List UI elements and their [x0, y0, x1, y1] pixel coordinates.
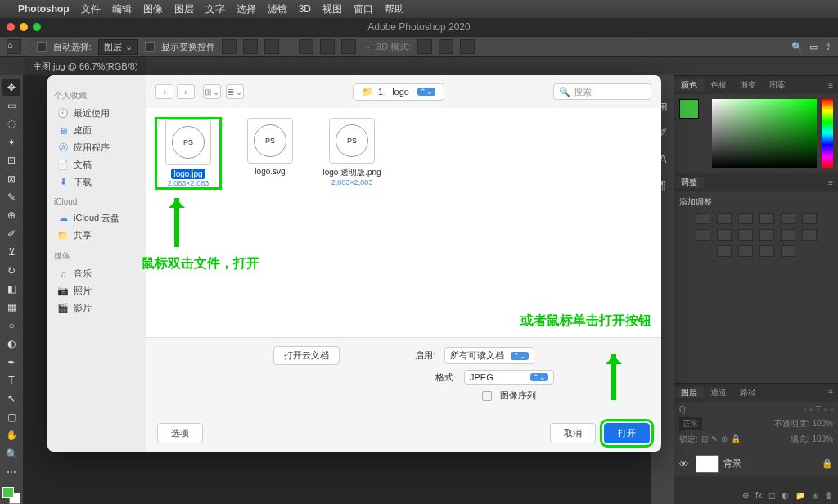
foreground-color[interactable]	[679, 99, 699, 119]
tab-paths[interactable]: 路径	[733, 387, 763, 398]
adj-layer-icon[interactable]: ◐	[782, 491, 789, 500]
color-picker[interactable]	[674, 94, 838, 173]
marquee-tool-icon[interactable]: ▭	[2, 97, 20, 114]
menu-filter[interactable]: 滤镜	[268, 2, 287, 16]
menu-3d[interactable]: 3D	[299, 3, 311, 15]
open-button[interactable]: 打开	[604, 423, 650, 443]
adj-icon[interactable]	[781, 213, 795, 224]
open-cloud-button[interactable]: 打开云文档	[273, 346, 340, 365]
sidebar-item-movies[interactable]: 🎬影片	[54, 299, 139, 317]
menu-edit[interactable]: 编辑	[112, 2, 132, 16]
cancel-button[interactable]: 取消	[550, 423, 596, 443]
adj-icon[interactable]	[759, 245, 774, 257]
file-item[interactable]: PS logo 透明版.png 2,083×2,083	[319, 118, 385, 187]
back-button[interactable]: ‹	[155, 84, 173, 99]
align-icon-3[interactable]	[264, 39, 279, 54]
workspace-icon[interactable]: ▭	[809, 42, 818, 52]
path-tool-icon[interactable]: ↖	[2, 390, 20, 407]
sidebar-item-downloads[interactable]: ⬇下载	[54, 173, 139, 191]
adj-icon[interactable]	[696, 213, 710, 224]
adj-icon[interactable]	[759, 213, 774, 224]
app-name[interactable]: Photoshop	[18, 3, 70, 15]
sidebar-item-photos[interactable]: 📷照片	[54, 282, 139, 299]
auto-select-checkbox[interactable]	[37, 42, 47, 52]
file-item[interactable]: PS logo.svg	[237, 118, 303, 176]
tab-swatches[interactable]: 色板	[704, 79, 733, 91]
enable-dropdown[interactable]: 所有可读文档⌃⌄	[444, 347, 534, 364]
tab-channels[interactable]: 通道	[704, 387, 733, 398]
dist-icon[interactable]	[299, 39, 313, 54]
adj-icon[interactable]	[717, 213, 732, 224]
shape-tool-icon[interactable]: ▢	[2, 408, 20, 425]
close-window-icon[interactable]	[7, 23, 15, 31]
search-input[interactable]: 🔍搜索	[553, 83, 651, 100]
dist-icon-2[interactable]	[320, 39, 335, 54]
panel-menu-icon[interactable]: ≡	[823, 81, 838, 90]
group-icon[interactable]: 📁	[795, 491, 805, 500]
tab-patterns[interactable]: 图案	[763, 79, 792, 91]
visibility-icon[interactable]: 👁	[679, 459, 691, 469]
home-icon[interactable]: ⌂	[7, 39, 21, 54]
adj-icon[interactable]	[696, 229, 710, 241]
3d-icon[interactable]	[417, 39, 432, 54]
panel-menu-icon[interactable]: ≡	[823, 178, 838, 187]
image-sequence-checkbox[interactable]	[482, 391, 492, 401]
menu-image[interactable]: 图像	[143, 2, 163, 16]
auto-select-dropdown[interactable]: 图层⌄	[98, 39, 138, 55]
pen-tool-icon[interactable]: ✒	[2, 353, 20, 371]
file-item-selected[interactable]: PS logo.jpg 2,083×2,083	[155, 118, 221, 189]
menu-select[interactable]: 选择	[237, 2, 256, 16]
menu-type[interactable]: 文字	[205, 2, 225, 16]
group-button[interactable]: ≣ ⌄	[226, 84, 244, 99]
adj-icon[interactable]	[717, 229, 732, 241]
lasso-tool-icon[interactable]: ◌	[2, 115, 20, 133]
panel-menu-icon[interactable]: ≡	[823, 388, 838, 397]
adj-icon[interactable]	[781, 245, 795, 257]
zoom-window-icon[interactable]	[33, 23, 41, 31]
wand-tool-icon[interactable]: ✦	[2, 133, 20, 151]
sidebar-item-docs[interactable]: 📄文稿	[54, 156, 139, 173]
forward-button[interactable]: ›	[177, 84, 195, 99]
adj-icon[interactable]	[802, 213, 817, 224]
adj-icon[interactable]	[802, 229, 817, 241]
lock-icon[interactable]: 🔒	[822, 458, 833, 469]
path-dropdown[interactable]: 📁1、logo⌃⌄	[353, 83, 444, 101]
frame-tool-icon[interactable]: ⊠	[2, 170, 20, 187]
document-tab[interactable]: 主图.jpg @ 66.7%(RGB/8)	[25, 58, 146, 75]
delete-layer-icon[interactable]: 🗑	[825, 491, 833, 500]
heal-tool-icon[interactable]: ⊕	[2, 207, 20, 224]
color-field[interactable]	[712, 99, 817, 168]
blend-mode-dropdown[interactable]: 正常	[679, 417, 702, 430]
sidebar-item-music[interactable]: ♫音乐	[54, 265, 139, 282]
history-brush-icon[interactable]: ↻	[2, 262, 20, 279]
tab-adjustments[interactable]: 调整	[674, 177, 704, 188]
align-icon[interactable]	[222, 39, 237, 54]
sidebar-item-icloud[interactable]: ☁iCloud 云盘	[54, 209, 139, 227]
crop-tool-icon[interactable]: ⊡	[2, 152, 20, 169]
view-mode-button[interactable]: ⊞ ⌄	[203, 84, 221, 99]
format-dropdown[interactable]: JPEG⌃⌄	[464, 370, 554, 385]
show-transform-checkbox[interactable]	[145, 42, 155, 52]
adj-icon[interactable]	[717, 245, 732, 257]
layer-style-icon[interactable]: fx	[755, 491, 762, 500]
3d-icon-2[interactable]	[439, 39, 453, 54]
move-tool-icon[interactable]: ✥	[2, 79, 20, 96]
tab-gradients[interactable]: 渐变	[733, 79, 763, 91]
color-swatch[interactable]	[2, 487, 20, 504]
menu-help[interactable]: 帮助	[385, 2, 404, 16]
file-browser[interactable]: PS logo.jpg 2,083×2,083 PS logo.svg PS l…	[146, 108, 661, 337]
tab-layers[interactable]: 图层	[674, 387, 704, 398]
search-icon[interactable]: 🔍	[791, 42, 803, 52]
dodge-tool-icon[interactable]: ◐	[2, 335, 20, 352]
dist-icon-3[interactable]	[341, 39, 356, 54]
layer-row[interactable]: 👁 背景 🔒	[674, 452, 838, 476]
hue-slider[interactable]	[822, 99, 833, 168]
edit-toolbar-icon[interactable]: ⋯	[2, 463, 20, 480]
type-tool-icon[interactable]: T	[2, 371, 20, 389]
menu-window[interactable]: 窗口	[354, 2, 373, 16]
minimize-window-icon[interactable]	[20, 23, 28, 31]
adj-icon[interactable]	[738, 245, 753, 257]
mask-icon[interactable]: ◻	[768, 491, 775, 500]
align-icon-2[interactable]	[243, 39, 258, 54]
link-layers-icon[interactable]: ⊕	[742, 491, 749, 500]
